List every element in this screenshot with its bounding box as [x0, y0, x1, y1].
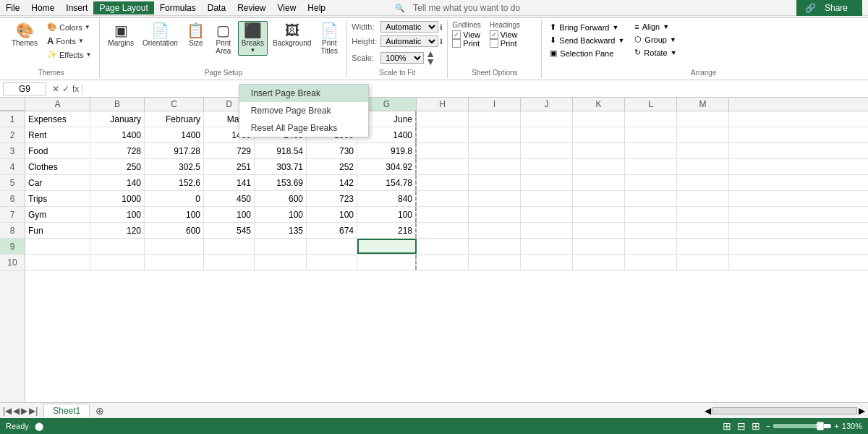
cell[interactable] — [469, 143, 521, 158]
cell[interactable]: 141 — [204, 175, 255, 190]
cell[interactable]: 153.69 — [255, 175, 307, 190]
cell[interactable] — [469, 191, 521, 206]
rotate-button[interactable]: ↻ Rotate ▼ — [631, 46, 680, 59]
cell[interactable] — [417, 207, 469, 222]
cell[interactable]: 135 — [255, 223, 307, 238]
cell[interactable] — [677, 239, 729, 254]
sheet-tab-sheet1[interactable]: Sheet1 — [43, 404, 90, 417]
gridlines-view-checkbox[interactable]: ✓ — [452, 30, 461, 39]
prev-sheet-icon[interactable]: ◀ — [13, 406, 20, 416]
cell[interactable]: 218 — [357, 223, 417, 238]
cell[interactable]: Expenses — [25, 111, 90, 127]
cell[interactable]: 100 — [255, 207, 307, 222]
group-button[interactable]: ⬡ Group ▼ — [631, 33, 680, 46]
cell[interactable]: 0 — [145, 191, 204, 206]
cell[interactable] — [573, 159, 625, 174]
bring-forward-button[interactable]: ⬆ Bring Forward ▼ — [546, 21, 628, 33]
search-bar[interactable]: 🔍 Tell me what you want to do — [389, 1, 532, 14]
cell[interactable]: 917.28 — [145, 143, 204, 158]
cell[interactable]: 304.92 — [357, 159, 417, 174]
cell[interactable]: Fun — [25, 223, 90, 238]
cell[interactable] — [521, 143, 573, 158]
cell[interactable] — [625, 191, 677, 206]
next-sheet-icon[interactable]: ▶ — [21, 406, 27, 416]
cell[interactable] — [417, 159, 469, 174]
cell[interactable] — [677, 207, 729, 222]
cell[interactable] — [145, 239, 204, 254]
cell[interactable]: February — [145, 111, 204, 127]
cell[interactable]: 100 — [204, 207, 255, 222]
cell[interactable]: Food — [25, 143, 90, 158]
size-button[interactable]: 📋 Size — [183, 21, 209, 49]
cell[interactable] — [573, 143, 625, 158]
cell[interactable] — [625, 207, 677, 222]
cell[interactable] — [625, 255, 677, 270]
cell[interactable]: 100 — [307, 207, 357, 222]
menu-file[interactable]: File — [0, 1, 25, 14]
cell-reference[interactable] — [3, 82, 46, 95]
cell[interactable] — [90, 255, 145, 270]
cell[interactable] — [469, 255, 521, 270]
cell[interactable]: Rent — [25, 127, 90, 142]
cell[interactable] — [204, 255, 255, 270]
cell[interactable] — [417, 223, 469, 238]
cell[interactable] — [521, 255, 573, 270]
cell[interactable]: 302.5 — [145, 159, 204, 174]
themes-button[interactable]: 🎨 Themes — [7, 21, 42, 49]
cell[interactable] — [573, 191, 625, 206]
cell[interactable] — [573, 111, 625, 127]
cell[interactable] — [625, 239, 677, 254]
formula-input[interactable] — [85, 84, 865, 94]
cell[interactable] — [357, 239, 417, 254]
menu-data[interactable]: Data — [202, 1, 231, 14]
zoom-slider[interactable] — [773, 424, 831, 428]
cell[interactable]: 545 — [204, 223, 255, 238]
cell[interactable] — [417, 111, 469, 127]
cell[interactable] — [573, 127, 625, 142]
menu-help[interactable]: Help — [302, 1, 331, 14]
menu-view[interactable]: View — [272, 1, 302, 14]
cell[interactable] — [677, 159, 729, 174]
cell[interactable] — [417, 255, 469, 270]
cell[interactable] — [25, 239, 90, 254]
cell[interactable] — [307, 239, 357, 254]
headings-print-checkbox[interactable] — [490, 39, 498, 48]
cell[interactable]: 674 — [307, 223, 357, 238]
cell[interactable] — [417, 191, 469, 206]
cell[interactable] — [677, 127, 729, 142]
cell[interactable]: Gym — [25, 207, 90, 222]
cell[interactable] — [677, 111, 729, 127]
insert-page-break[interactable]: Insert Page Break — [239, 85, 368, 102]
cell[interactable] — [521, 159, 573, 174]
cell[interactable] — [521, 223, 573, 238]
menu-formulas[interactable]: Formulas — [154, 1, 202, 14]
cell[interactable] — [255, 239, 307, 254]
confirm-formula-icon[interactable]: ✓ — [62, 84, 69, 94]
reset-all-page-breaks[interactable]: Reset All Page Breaks — [239, 119, 368, 137]
remove-page-break[interactable]: Remove Page Break — [239, 102, 368, 119]
first-sheet-icon[interactable]: |◀ — [3, 406, 12, 416]
cell[interactable] — [625, 127, 677, 142]
cell[interactable]: 918.54 — [255, 143, 307, 158]
cell[interactable] — [521, 127, 573, 142]
page-layout-view-icon[interactable]: ⊟ — [737, 420, 746, 432]
cell[interactable] — [677, 175, 729, 190]
print-titles-button[interactable]: 📄 PrintTitles — [316, 21, 342, 57]
cell[interactable] — [469, 127, 521, 142]
cell[interactable]: 140 — [90, 175, 145, 190]
cell[interactable] — [307, 255, 357, 270]
cell[interactable]: 1000 — [90, 191, 145, 206]
send-backward-button[interactable]: ⬇ Send Backward ▼ — [546, 34, 628, 46]
cell[interactable]: 919.8 — [357, 143, 417, 158]
selection-pane-button[interactable]: ▣ Selection Pane — [546, 47, 628, 59]
cell[interactable] — [417, 175, 469, 190]
cell[interactable]: 100 — [90, 207, 145, 222]
cell[interactable]: 142 — [307, 175, 357, 190]
share-button[interactable]: 🔗 Share — [796, 0, 862, 16]
cell[interactable] — [417, 239, 469, 254]
background-button[interactable]: 🖼 Background — [269, 21, 315, 49]
fonts-button[interactable]: A Fonts ▼ — [43, 34, 95, 48]
cell[interactable] — [677, 143, 729, 158]
cell[interactable] — [204, 239, 255, 254]
zoom-out-icon[interactable]: − — [766, 422, 770, 430]
